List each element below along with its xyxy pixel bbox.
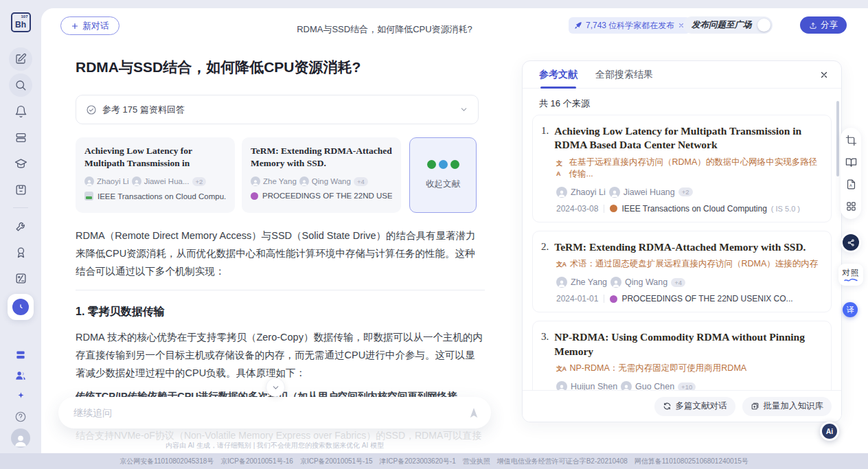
share-button[interactable]: 分享 (800, 16, 847, 34)
more-authors-badge: +4 (354, 177, 368, 186)
question-title: RDMA与SSD结合，如何降低CPU资源消耗? (76, 58, 488, 77)
sidebar-nav (8, 46, 34, 321)
sparkle-icon[interactable] (10, 387, 31, 406)
help-icon[interactable] (10, 407, 31, 426)
reference-index: 2. (541, 240, 549, 254)
main-panel: 新对话 RDMA与SSD结合，如何降低CPU资源消耗? 7,743 位科学家都在… (41, 8, 868, 453)
logo-superscript: 107 (21, 14, 27, 19)
layers-icon[interactable] (9, 126, 32, 149)
panel-scrollbar[interactable] (836, 101, 839, 176)
author-name: Jiawei Hua... (144, 177, 190, 185)
award-icon[interactable] (9, 240, 32, 264)
author-name: Jiawei Huang (624, 187, 675, 197)
tab-all-search-results[interactable]: 全部搜索结果 (595, 61, 653, 89)
share-network-button[interactable] (841, 232, 861, 253)
adjust-square-icon[interactable] (9, 266, 32, 290)
author-name: Zhe Yang (571, 277, 607, 287)
follow-up-input[interactable] (73, 407, 468, 418)
crop-icon[interactable] (845, 135, 857, 146)
reference-authors: Zhaoyi Li Jiawei Huang +2 (556, 187, 821, 198)
new-chat-label: 新对话 (82, 20, 109, 32)
author-avatar (251, 176, 260, 186)
reference-item[interactable]: 3. NP-RDMA: Using Commodity RDMA without… (532, 321, 832, 390)
impact-score: ( IS 5.0 ) (771, 205, 800, 213)
follow-up-composer[interactable] (58, 397, 491, 428)
reference-date: 2024-03-08 (556, 204, 598, 214)
ai-assistant-badge[interactable]: Ai (820, 422, 839, 441)
close-icon[interactable] (819, 70, 829, 80)
references-panel: 参考文献 全部搜索结果 共 16 个来源 1. Achieving Low La… (522, 60, 842, 422)
reference-meta: 2024-01-01 PROCEEDINGS OF THE 22ND USENI… (556, 294, 821, 304)
author-avatar (556, 381, 567, 390)
search-icon[interactable] (9, 73, 32, 97)
translate-button[interactable]: 译 (843, 302, 858, 317)
author-avatar (84, 176, 94, 186)
compare-button[interactable]: 对照 (838, 264, 863, 286)
scroll-down-button[interactable] (266, 378, 285, 397)
translate-icon (556, 158, 565, 178)
section-divider (76, 290, 485, 290)
plus-icon (71, 22, 79, 30)
meta-divider (604, 295, 604, 303)
answer-paragraph: RDMA 技术的核心优势在于支持零拷贝（Zero-Copy）数据传输，即数据可以… (76, 328, 485, 382)
reference-index: 1. (541, 124, 549, 152)
translate-icon (556, 363, 567, 374)
icp-footer: 京公网安备11010802045318号 京ICP备20010051号-16 京… (0, 453, 868, 469)
server-stack-icon[interactable] (10, 345, 31, 365)
author-name: Huijun Shen (571, 382, 617, 390)
reference-item[interactable]: 2. TeRM: Extending RDMA-Attached Memory … (532, 231, 832, 312)
batch-add-knowledge-button[interactable]: 批量加入知识库 (742, 397, 832, 416)
promo-badge[interactable]: 7,743 位科学家都在发布 (569, 17, 690, 34)
multi-doc-chat-button[interactable]: 多篇文献对话 (654, 397, 735, 416)
users-icon[interactable] (10, 366, 31, 385)
reference-authors: Zhe Yang Qing Wang +4 (556, 277, 821, 288)
section-heading: 1. 零拷贝数据传输 (76, 305, 165, 319)
publish-to-square-toggle[interactable]: 发布问题至广场 (683, 16, 773, 34)
tools-icon[interactable] (9, 214, 32, 238)
source-name: IEEE Transactions on Cloud Compu... (98, 192, 226, 201)
cited-paper-source: PROCEEDINGS OF THE 22ND USE... (251, 192, 392, 200)
grid-apps-icon[interactable] (845, 201, 857, 212)
new-chat-button[interactable]: 新对话 (60, 16, 119, 35)
author-name: Zhe Yang (263, 177, 297, 185)
reference-authors: Huijun Shen Guo Chen +10 (556, 381, 821, 390)
cited-paper-authors: Zhaoyi Li Jiawei Hua... +2 (84, 176, 226, 186)
reference-translation: NP-RDMA：无需内存固定即可使用商用RDMA (556, 363, 821, 374)
squiggle-underline (844, 278, 858, 282)
book-open-icon[interactable] (845, 157, 857, 168)
ai-disclaimer: 内容由 AI 生成，请仔细甄别 | 我们不会使用您的搜索数据来优化 AI 模型 (58, 441, 491, 450)
journal-dot-icon (251, 192, 258, 200)
history-icon[interactable] (8, 294, 34, 320)
more-authors-badge: +4 (671, 278, 685, 287)
cited-paper-source: IEEE Transactions on Cloud Compu... (84, 192, 226, 201)
references-panel-header: 参考文献 全部搜索结果 (523, 61, 841, 89)
reference-summary-accordion[interactable]: 参考 175 篇资料回答 (76, 95, 479, 124)
add-to-library-icon (751, 402, 760, 411)
send-icon[interactable] (468, 407, 480, 419)
journal-icon (84, 192, 93, 201)
author-avatar (610, 277, 621, 288)
reference-title: Achieving Low Latency for Multipath Tran… (554, 124, 821, 152)
reference-item[interactable]: 1. Achieving Low Latency for Multipath T… (532, 115, 832, 222)
graduation-cap-icon[interactable] (9, 152, 32, 175)
toggle-knob[interactable] (757, 19, 770, 32)
user-avatar[interactable] (11, 428, 30, 448)
publish-toggle-label: 发布问题至广场 (692, 19, 752, 31)
reference-meta: 2024-03-08 IEEE Transactions on Cloud Co… (556, 204, 821, 214)
pdf-file-icon[interactable]: A (845, 179, 857, 190)
author-name: Qing Wang (625, 277, 667, 287)
cited-paper-card[interactable]: TeRM: Extending RDMA-Attached Memory wit… (242, 137, 401, 213)
bell-icon[interactable] (9, 100, 32, 123)
author-avatar (132, 176, 141, 186)
collapse-citations-button[interactable]: 收起文献 (409, 137, 477, 213)
conversation-title: RDMA与SSD结合，如何降低CPU资源消耗? (247, 23, 522, 36)
app-logo[interactable]: Bh 107 (11, 12, 31, 32)
save-icon[interactable] (9, 178, 32, 201)
tab-references[interactable]: 参考文献 (539, 61, 578, 89)
cited-paper-card[interactable]: Achieving Low Latency for Multipath Tran… (76, 137, 235, 213)
citation-dots-icon (427, 160, 459, 169)
author-name: Zhaoyi Li (97, 177, 129, 185)
compose-icon[interactable] (9, 47, 32, 71)
cited-papers-row: Achieving Low Latency for Multipath Tran… (76, 137, 477, 213)
author-avatar (556, 187, 567, 198)
